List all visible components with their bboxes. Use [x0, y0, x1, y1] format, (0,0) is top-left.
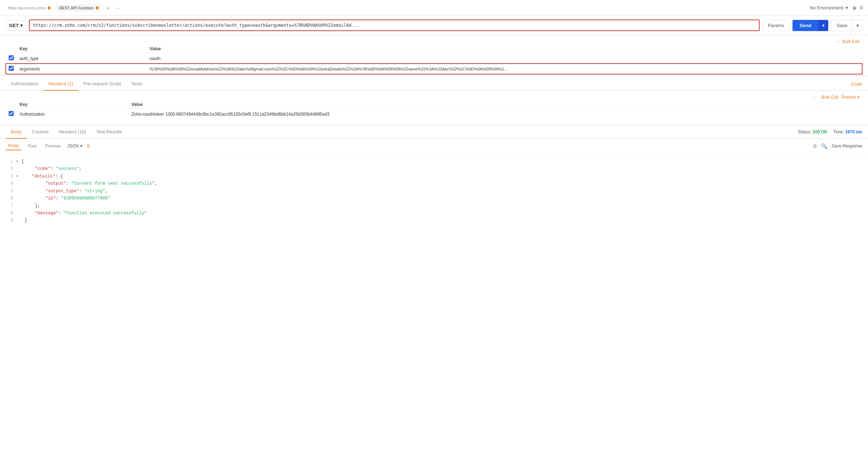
tab-authorization-label: Authorization: [11, 81, 38, 86]
json-line-3: 3 ▾ "details": {: [6, 173, 862, 180]
params-checkbox-header: [6, 45, 17, 53]
search-icon[interactable]: 🔍: [821, 143, 827, 149]
params-bulk-edit-button[interactable]: Bulk Edit: [842, 39, 859, 44]
tab-actions: + ···: [105, 4, 121, 12]
resp-tab-test-results[interactable]: Test Results: [91, 125, 127, 139]
params-row1-value: oauth: [147, 53, 862, 64]
tab-pre-request-label: Pre-request Script: [83, 81, 121, 86]
params-row2-value: %7B%0D%0A%09%22emailAddress%22%3A%22abc%…: [147, 64, 862, 74]
headers-row1-key: Authorization: [17, 109, 129, 120]
gear-icon[interactable]: ⚙: [859, 5, 864, 10]
accounts-tab-label: https://accounts.zoho: [8, 6, 46, 10]
save-button[interactable]: Save: [831, 20, 853, 31]
format-select[interactable]: JSON ▾: [67, 143, 82, 149]
method-select[interactable]: GET ▾: [6, 20, 26, 31]
main-content: GET ▾ Params Send ▾ Save ▾ ··· Bulk Edit…: [0, 16, 868, 463]
params-key-header: Key: [17, 45, 147, 53]
rest-api-tab-dot: [96, 7, 99, 9]
json-line-4: 4 "output": "Consent form sent successfu…: [6, 180, 862, 187]
environment-dropdown[interactable]: No Environment ▾: [810, 5, 848, 10]
response-actions: ⧉ 🔍 Save Response: [813, 143, 862, 149]
headers-table: Key Value Authorization Zoho-oauthtoken …: [6, 100, 862, 119]
tab-authorization[interactable]: Authorization: [6, 77, 43, 91]
add-tab-button[interactable]: +: [105, 4, 111, 12]
resp-tab-test-results-label: Test Results: [96, 129, 122, 134]
url-bar-section: GET ▾ Params Send ▾ Save ▾: [0, 16, 868, 35]
table-row: auth_type oauth: [6, 53, 862, 64]
fmt-tab-pretty[interactable]: Pretty: [6, 142, 21, 150]
tab-bar: https://accounts.zoho REST API Function …: [0, 0, 868, 16]
request-tabs: Authorization Headers (1) Pre-request Sc…: [0, 77, 868, 91]
environment-label: No Environment: [810, 5, 843, 10]
params-button[interactable]: Params: [763, 20, 790, 31]
more-tabs-button[interactable]: ···: [114, 4, 121, 12]
tab-tests-label: Tests: [131, 81, 142, 86]
params-row1-checkbox[interactable]: [9, 55, 14, 60]
resp-tab-body-label: Body: [11, 129, 22, 134]
tab-tests[interactable]: Tests: [126, 77, 147, 91]
response-format-bar: Pretty Raw Preview JSON ▾ ≡ ⧉ 🔍 Save Res…: [0, 139, 868, 154]
headers-row1-checkbox[interactable]: [9, 111, 14, 116]
fmt-tab-preview[interactable]: Preview: [43, 142, 63, 150]
headers-key-header: Key: [17, 100, 129, 109]
tab-rest-api[interactable]: REST API Function: [56, 4, 102, 12]
environment-section: No Environment ▾ ◉ ⚙: [810, 5, 864, 10]
code-link[interactable]: Code: [851, 81, 862, 87]
tab-pre-request[interactable]: Pre-request Script: [78, 77, 126, 91]
url-input[interactable]: [30, 20, 759, 30]
json-output: 1 ▾ { 2 "code": "success", 3 ▾ "details"…: [0, 154, 868, 229]
send-dropdown-button[interactable]: ▾: [818, 20, 828, 31]
headers-bulk-edit-button[interactable]: Bulk Edit: [821, 95, 838, 100]
response-tabs-bar: Body Cookies Headers (18) Test Results S…: [0, 125, 868, 139]
presets-chevron-icon: ▾: [857, 95, 859, 100]
resp-tab-body[interactable]: Body: [6, 125, 27, 139]
save-response-button[interactable]: Save Response: [832, 143, 862, 149]
params-row2-key: arguments: [17, 64, 147, 74]
params-section: ··· Bulk Edit Key Value auth_type oauth: [0, 35, 868, 74]
json-line-7: 7 },: [6, 202, 862, 209]
copy-icon[interactable]: ⧉: [813, 143, 817, 149]
chevron-down-icon: ▾: [846, 5, 848, 10]
save-button-group: Save ▾: [831, 20, 862, 31]
headers-row1-value: Zoho-oauthtoken 1000.8607494449c8bc1e392…: [129, 109, 862, 120]
tab-accounts[interactable]: https://accounts.zoho: [4, 4, 54, 12]
status-label: Status: 200 OK: [798, 129, 828, 134]
headers-checkbox-header: [6, 100, 17, 109]
send-button-group: Send ▾: [793, 20, 829, 31]
headers-presets-button[interactable]: Presets ▾: [841, 95, 859, 100]
eye-icon[interactable]: ◉: [852, 5, 856, 10]
fmt-tab-raw[interactable]: Raw: [26, 142, 39, 150]
time-value: 1970 ms: [845, 129, 862, 134]
accounts-tab-dot: [48, 7, 51, 9]
headers-section: ··· Bulk Edit Presets ▾ Key Value: [0, 91, 868, 122]
params-table: Key Value auth_type oauth arguments: [6, 45, 862, 74]
env-icons: ◉ ⚙: [852, 5, 864, 10]
status-value: 200 OK: [812, 129, 827, 134]
tab-headers[interactable]: Headers (1): [43, 77, 78, 91]
format-chevron-icon: ▾: [80, 143, 82, 149]
resp-tab-headers-label: Headers (18): [59, 129, 86, 134]
resp-tab-cookies[interactable]: Cookies: [27, 125, 54, 139]
send-button[interactable]: Send: [793, 20, 819, 31]
collapse-arrow-3[interactable]: ▾: [16, 173, 18, 180]
resp-tab-headers[interactable]: Headers (18): [54, 125, 91, 139]
wrap-lines-icon[interactable]: ≡: [87, 143, 90, 149]
params-row1-key: auth_type: [17, 53, 147, 64]
save-dropdown-button[interactable]: ▾: [854, 20, 862, 31]
headers-actions: ··· Bulk Edit Presets ▾: [6, 94, 862, 100]
params-value-header: Value: [147, 45, 862, 53]
json-line-9: 9 }: [6, 217, 862, 224]
params-row2-checkbox[interactable]: [9, 66, 14, 71]
json-line-5: 5 "output_type": "string",: [6, 188, 862, 195]
method-label: GET: [9, 23, 19, 28]
json-line-2: 2 "code": "success",: [6, 165, 862, 172]
params-row1-checkbox-cell: [6, 53, 17, 64]
time-label: Time: 1970 ms: [833, 129, 862, 134]
headers-value-header: Value: [129, 100, 862, 109]
collapse-arrow-1[interactable]: ▾: [16, 158, 18, 165]
params-more-dots[interactable]: ···: [835, 39, 839, 44]
json-line-1: 1 ▾ {: [6, 158, 862, 165]
json-line-8: 8 "message": "function executed successf…: [6, 210, 862, 217]
rest-api-tab-label: REST API Function: [59, 6, 94, 10]
headers-more-dots[interactable]: ···: [812, 94, 816, 100]
